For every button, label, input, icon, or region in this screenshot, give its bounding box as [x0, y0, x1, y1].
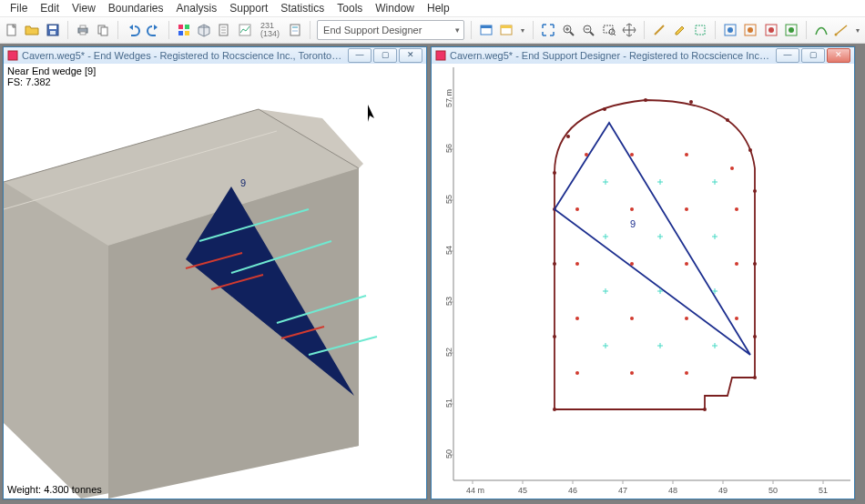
- undo-icon[interactable]: [125, 20, 141, 40]
- app-icon: [435, 50, 446, 61]
- svg-point-125: [685, 371, 688, 375]
- save-icon[interactable]: [45, 20, 61, 40]
- print-icon[interactable]: [75, 20, 91, 40]
- svg-rect-71: [436, 51, 445, 60]
- pan-icon[interactable]: [621, 20, 637, 40]
- svg-point-97: [603, 107, 606, 111]
- svg-marker-70: [368, 105, 374, 122]
- menu-statistics[interactable]: Statistics: [274, 2, 331, 15]
- svg-point-124: [630, 371, 634, 375]
- menu-edit[interactable]: Edit: [34, 2, 66, 15]
- chevron-down-icon[interactable]: ▾: [519, 20, 526, 40]
- svg-point-92: [553, 335, 556, 338]
- svg-point-100: [726, 118, 729, 122]
- x-tick: 45: [518, 486, 527, 495]
- menu-view[interactable]: View: [66, 2, 102, 15]
- svg-point-122: [735, 317, 738, 320]
- redo-icon[interactable]: [146, 20, 162, 40]
- bolt-tool-icon[interactable]: [651, 20, 667, 40]
- view-grid-icon[interactable]: [176, 20, 192, 40]
- maximize-button[interactable]: ▢: [801, 48, 825, 63]
- minimize-button[interactable]: —: [776, 48, 799, 63]
- zoom-window-icon[interactable]: [601, 20, 617, 40]
- svg-rect-14: [178, 31, 183, 35]
- minimize-button[interactable]: —: [348, 48, 371, 63]
- x-tick: 48: [668, 486, 677, 495]
- filter-icon[interactable]: [498, 20, 514, 40]
- x-tick: 44 m: [466, 486, 484, 495]
- svg-point-47: [748, 27, 753, 33]
- chevron-down-icon[interactable]: ▾: [854, 20, 861, 40]
- cursor-icon: [368, 105, 374, 122]
- zoom-out-icon[interactable]: [580, 20, 596, 40]
- svg-point-93: [553, 262, 556, 266]
- settings-blue-icon[interactable]: [722, 20, 738, 40]
- svg-rect-28: [481, 25, 492, 28]
- svg-point-119: [575, 317, 579, 320]
- svg-rect-72: [453, 67, 850, 480]
- x-tick: 49: [718, 486, 728, 495]
- y-tick: 56: [444, 144, 453, 153]
- svg-line-40: [614, 34, 616, 35]
- svg-point-120: [630, 317, 634, 320]
- chart-icon[interactable]: [237, 20, 253, 40]
- close-button[interactable]: ✕: [827, 48, 850, 63]
- zoom-in-icon[interactable]: [560, 20, 576, 40]
- svg-point-91: [553, 408, 556, 411]
- copy-icon[interactable]: [95, 20, 111, 40]
- info-icon[interactable]: [216, 20, 232, 40]
- curve-tool-icon[interactable]: [813, 20, 829, 40]
- titlebar-support-designer[interactable]: Cavern.weg5* - End Support Designer - Re…: [432, 47, 854, 65]
- x-tick: 50: [768, 486, 778, 495]
- svg-rect-43: [696, 25, 705, 35]
- svg-point-95: [553, 171, 556, 175]
- view-3d-icon[interactable]: [196, 20, 212, 40]
- settings-orange-icon[interactable]: [742, 20, 758, 40]
- line-tool-icon[interactable]: [833, 20, 850, 40]
- select-tool-icon[interactable]: [692, 20, 708, 40]
- edit-tool-icon[interactable]: [671, 20, 687, 40]
- settings-green-icon[interactable]: [783, 20, 799, 40]
- x-tick: 46: [568, 486, 577, 495]
- menu-help[interactable]: Help: [421, 2, 456, 15]
- svg-point-108: [630, 153, 634, 156]
- chevron-down-icon: ▾: [455, 25, 460, 35]
- zoom-extent-icon[interactable]: [540, 20, 556, 40]
- svg-rect-12: [178, 25, 183, 29]
- svg-point-105: [753, 376, 757, 379]
- report-icon[interactable]: [287, 20, 303, 40]
- stat-readout: 231 (134): [260, 22, 280, 38]
- svg-point-103: [753, 262, 757, 266]
- menu-analysis[interactable]: Analysis: [170, 2, 224, 15]
- menu-boundaries[interactable]: Boundaries: [102, 2, 170, 15]
- menu-tools[interactable]: Tools: [331, 2, 369, 15]
- display-options-icon[interactable]: [478, 20, 494, 40]
- svg-point-104: [753, 335, 757, 338]
- titlebar-3d-view[interactable]: Cavern.weg5* - End Wedges - Registered t…: [4, 47, 426, 65]
- settings-red-icon[interactable]: [762, 20, 778, 40]
- close-button[interactable]: ✕: [399, 48, 422, 63]
- svg-point-109: [685, 153, 688, 156]
- view-mode-combo[interactable]: End Support Designer ▾: [317, 20, 464, 40]
- svg-rect-13: [185, 25, 189, 29]
- svg-rect-26: [292, 30, 298, 32]
- viewport-3d[interactable]: 9 Near End wedge [9] FS: 7.382 Weight: 4…: [4, 64, 426, 499]
- menu-window[interactable]: Window: [369, 2, 421, 15]
- title-text: Cavern.weg5* - End Support Designer - Re…: [450, 50, 770, 61]
- svg-marker-11: [154, 25, 158, 30]
- open-folder-icon[interactable]: [24, 20, 40, 40]
- separator: [67, 21, 68, 39]
- svg-line-41: [655, 25, 664, 35]
- menu-support[interactable]: Support: [223, 2, 274, 15]
- new-file-icon[interactable]: [4, 20, 20, 40]
- svg-rect-25: [292, 26, 298, 28]
- svg-marker-10: [129, 25, 133, 30]
- svg-point-115: [575, 262, 579, 266]
- svg-point-121: [685, 317, 688, 320]
- separator: [644, 21, 645, 39]
- viewport-plan[interactable]: 9 44 m 45 46 47 48 49 50 51 50 51 52 53 …: [432, 64, 854, 499]
- svg-point-118: [735, 262, 738, 266]
- maximize-button[interactable]: ▢: [373, 48, 397, 63]
- menu-file[interactable]: File: [4, 2, 34, 15]
- separator: [471, 21, 472, 39]
